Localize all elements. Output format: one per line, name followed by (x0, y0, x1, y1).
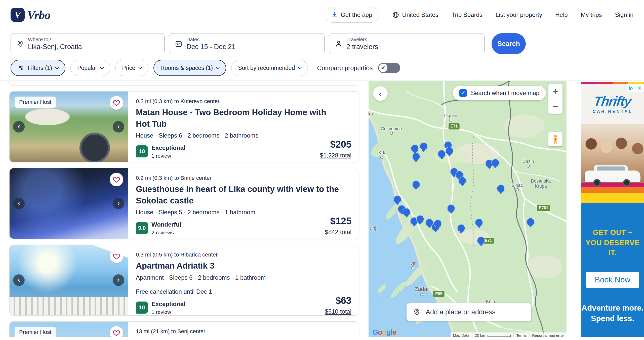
map-pin[interactable] (411, 144, 419, 152)
back-chevron-icon: ‹ (379, 89, 382, 99)
ad-tagline: Adventure more. Spend less. (582, 303, 643, 324)
map-pin[interactable] (412, 153, 420, 160)
book-now-button[interactable]: Book Now (586, 272, 639, 288)
listing-title[interactable]: Guesthouse in heart of Lika county with … (136, 183, 340, 206)
destination-label: Where to? (28, 37, 82, 42)
map-pin[interactable] (527, 218, 534, 226)
thrifty-ad-banner[interactable]: ✕ Thrifty CAR RENTAL GET OUT – YOU DESER… (581, 82, 644, 337)
map-pin[interactable] (434, 220, 441, 227)
listing-title[interactable]: Holiday Home Merino - Two Bedroom Holida… (136, 337, 340, 337)
map-scale: 20 km (472, 332, 513, 337)
map-panel[interactable]: kaCrikvenicaOgulinE71KrkCazinBihaćBosans… (369, 81, 567, 337)
rooms-spaces-pill[interactable]: Rooms & spaces (1) (153, 60, 226, 76)
photo-prev-button[interactable]: ‹ (13, 274, 25, 286)
zoom-out-button[interactable]: − (548, 99, 562, 114)
map-terms-link[interactable]: Terms (514, 332, 529, 337)
map-place-label: osinj (369, 226, 376, 231)
map-pin[interactable] (447, 204, 455, 212)
vrbo-logo[interactable]: V Vrbo (11, 8, 50, 22)
zoom-in-button[interactable]: + (548, 84, 562, 99)
listing-card[interactable]: Premier Host ‹ › 0.2 mi (0.3 km) to Kute… (9, 91, 359, 162)
collapse-map-button[interactable]: ‹ (373, 86, 388, 101)
search-button[interactable]: Search (492, 33, 526, 54)
street-view-pegman-button[interactable] (548, 132, 562, 146)
listing-rating: 10 Exceptional 1 review (136, 301, 185, 315)
listing-distance: 0.3 mi (0.5 km) to Ribarica center (136, 251, 351, 258)
photo-prev-button[interactable]: ‹ (13, 121, 25, 133)
checkbox-checked-icon: ✓ (459, 89, 467, 97)
filters-pill[interactable]: Filters (1) (11, 60, 65, 76)
rating-score-badge: 9.0 (136, 222, 148, 234)
compare-properties-toggle[interactable]: ✕ (378, 63, 400, 73)
map-pin[interactable] (475, 219, 483, 226)
previous-card-partial (9, 81, 359, 86)
listing-title[interactable]: Matan House - Two Bedroom Holiday Home w… (136, 107, 340, 130)
map-pin[interactable] (420, 142, 427, 150)
top-nav-links: Get the app United States Trip Boards Li… (325, 7, 633, 23)
destination-field[interactable]: Where to? Lika-Senj, Croatia (11, 33, 165, 54)
photo-next-button[interactable]: › (113, 121, 124, 133)
review-count: 2 reviews (151, 230, 181, 236)
nav-sign-in[interactable]: Sign in (615, 11, 633, 18)
save-heart-button[interactable] (110, 96, 123, 110)
save-heart-button[interactable] (110, 173, 123, 186)
map-pin[interactable] (491, 159, 499, 167)
total-price-link[interactable]: $1,228 total (320, 152, 351, 159)
map-pin[interactable] (457, 224, 465, 232)
rating-label: Wonderful (151, 221, 181, 228)
map-pin[interactable] (403, 208, 411, 216)
map-pin[interactable] (477, 237, 485, 244)
listing-title[interactable]: Apartman Adriatik 3 (136, 260, 340, 272)
listing-card[interactable]: ‹ › 0.2 mi (0.3 km) to Brinje center Gue… (9, 168, 359, 239)
destination-value: Lika-Senj, Croatia (28, 43, 82, 51)
map-pin[interactable] (459, 177, 466, 185)
travelers-field[interactable]: Travelers 2 travelers (329, 33, 485, 54)
search-move-map-toggle[interactable]: ✓ Search when I move map (453, 86, 546, 100)
price-pill[interactable]: Price (115, 60, 148, 76)
travelers-label: Travelers (346, 37, 378, 42)
listing-rating: 9.0 Wonderful 2 reviews (136, 221, 181, 236)
dates-field[interactable]: Dates Dec 15 - Dec 21 (169, 33, 325, 54)
map-pin[interactable] (446, 147, 453, 155)
nav-trip-boards[interactable]: Trip Boards (452, 11, 482, 18)
sort-pill[interactable]: Sort by recommended (231, 60, 308, 76)
popular-pill[interactable]: Popular (70, 60, 110, 76)
column-gap (567, 81, 581, 337)
download-icon (332, 12, 338, 18)
ad-close-button[interactable]: ✕ (635, 84, 643, 92)
rating-label: Exceptional (151, 301, 185, 308)
total-price-link[interactable]: $842 total (325, 229, 351, 236)
map-pin[interactable] (416, 215, 424, 223)
map-place-label: Crikvenica (381, 126, 402, 131)
listing-details: Apartment · Sleeps 6 · 2 bedrooms · 1 ba… (136, 274, 351, 281)
photo-next-button[interactable]: › (113, 198, 124, 209)
map-pin[interactable] (497, 184, 505, 192)
photo-next-button[interactable]: › (113, 274, 124, 286)
save-heart-button[interactable] (110, 249, 123, 263)
heart-icon (113, 252, 120, 260)
listing-card[interactable]: Premier Host 13 mi (21 km) to Senj cente… (9, 321, 359, 337)
photo-prev-button[interactable]: ‹ (13, 198, 25, 209)
map-pin[interactable] (412, 180, 420, 188)
toggle-knob-off-icon: ✕ (379, 64, 387, 72)
compare-properties-control: Compare properties ✕ (317, 63, 400, 73)
add-place-placeholder: Add a place or address (426, 308, 496, 316)
save-heart-button[interactable] (110, 326, 123, 337)
nav-list-your-property[interactable]: List your property (496, 11, 542, 18)
listing-card[interactable]: ‹ › 0.3 mi (0.5 km) to Ribarica center A… (9, 245, 359, 316)
region-selector[interactable]: United States (392, 11, 438, 18)
map-pin[interactable] (438, 150, 446, 158)
google-logo[interactable]: Google (373, 328, 396, 336)
listing-info: 0.2 mi (0.3 km) to Brinje center Guestho… (128, 168, 359, 239)
adchoices-button[interactable] (627, 84, 635, 92)
ad-top-stripe (581, 82, 644, 84)
add-place-input[interactable]: Add a place or address (407, 303, 531, 321)
get-the-app-button[interactable]: Get the app (325, 7, 379, 23)
nightly-price: $63 (325, 295, 351, 306)
total-price-link[interactable]: $510 total (325, 308, 351, 315)
map-pin[interactable] (393, 195, 401, 203)
nav-my-trips[interactable]: My trips (581, 11, 602, 18)
nav-help[interactable]: Help (555, 11, 568, 18)
compare-properties-label: Compare properties (317, 64, 373, 72)
report-map-error-link[interactable]: Report a map error (530, 332, 567, 337)
